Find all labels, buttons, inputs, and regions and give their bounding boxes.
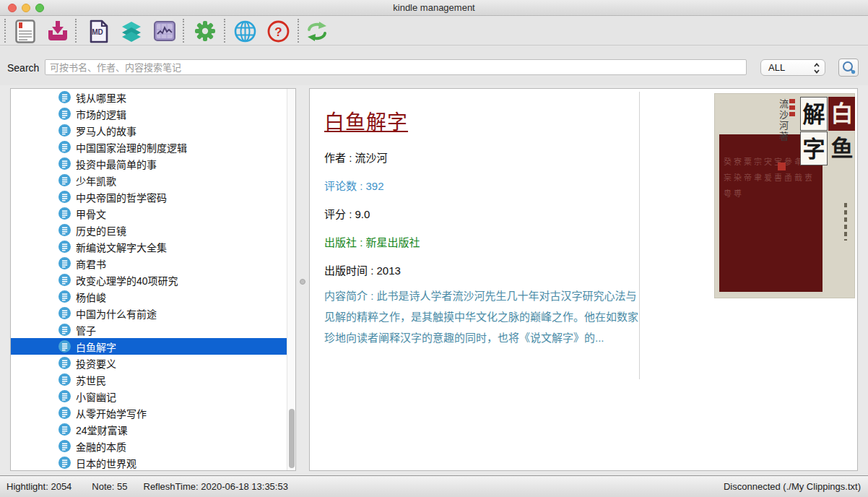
connection-status: Disconnected (./My Clippings.txt) <box>724 481 861 492</box>
gear-icon <box>194 20 216 42</box>
book-list-item-label: 从零开始学写作 <box>76 406 147 420</box>
toolbar-separator <box>224 19 225 43</box>
book-list-item[interactable]: 中央帝国的哲学密码 <box>11 189 287 205</box>
reader-button[interactable] <box>12 18 38 44</box>
book-list-item-label: 投资中最简单的事 <box>76 157 157 171</box>
book-list-item[interactable]: 改变心理学的40项研究 <box>11 272 287 288</box>
book-icon <box>58 340 71 353</box>
book-icon <box>58 423 71 436</box>
book-icon <box>58 141 71 153</box>
book-list-scrollbar[interactable] <box>287 89 295 470</box>
reader-icon <box>15 20 35 43</box>
import-button[interactable] <box>45 18 71 44</box>
markdown-export-button[interactable]: MD <box>86 18 112 44</box>
book-icon <box>58 157 71 170</box>
cover-red-label <box>789 99 795 118</box>
book-rating: 评分 : 9.0 <box>324 206 370 221</box>
book-list-item[interactable]: 从零开始学写作 <box>11 405 287 421</box>
cover-char: 白 <box>828 97 855 131</box>
detail-divider <box>639 92 640 379</box>
book-list-item[interactable]: 新编说文解字大全集 <box>11 238 287 255</box>
book-list-item[interactable]: 投资要义 <box>11 355 287 371</box>
toolbar-separator <box>75 19 77 43</box>
chevron-updown-icon <box>813 62 820 74</box>
search-button[interactable] <box>838 59 859 77</box>
monitor-chart-icon <box>154 21 175 41</box>
book-list-item[interactable]: 钱从哪里来 <box>11 89 287 105</box>
book-list-item-label: 中央帝国的哲学密码 <box>76 190 167 204</box>
svg-text:MD: MD <box>92 28 103 36</box>
book-list-item-label: 中国为什么有前途 <box>76 306 157 321</box>
book-list-item-label: 苏世民 <box>76 373 106 387</box>
refresh-button[interactable] <box>304 18 330 44</box>
book-list-item[interactable]: 杨伯峻 <box>11 288 287 305</box>
book-icon <box>58 191 71 203</box>
book-icon <box>58 457 71 469</box>
markdown-file-icon: MD <box>89 20 109 43</box>
book-list-item-label: 白鱼解字 <box>76 340 116 354</box>
book-icon <box>58 407 71 419</box>
toolbar-separator <box>298 19 299 43</box>
book-icon <box>58 108 71 120</box>
book-list-item[interactable]: 金融的本质 <box>11 438 287 454</box>
book-icon <box>58 207 71 220</box>
svg-text:?: ? <box>274 25 282 38</box>
book-list-item[interactable]: 24堂财富课 <box>11 421 287 438</box>
book-list-item[interactable]: 投资中最简单的事 <box>11 155 287 172</box>
filter-select-value: ALL <box>768 62 785 73</box>
book-list-item-label: 小窗幽记 <box>76 389 116 404</box>
book-title-link[interactable]: 白鱼解字 <box>324 106 408 135</box>
book-list-item-label: 管子 <box>76 323 96 337</box>
book-icon <box>58 373 71 386</box>
statistics-button[interactable] <box>152 18 178 44</box>
scrollbar-thumb[interactable] <box>289 409 295 468</box>
layers-icon <box>121 20 142 42</box>
book-list-item[interactable]: 少年凯歌 <box>11 172 287 189</box>
book-list-item-label: 新编说文解字大全集 <box>76 240 167 254</box>
import-icon <box>47 20 69 42</box>
book-icon <box>58 324 71 336</box>
book-list-item-label: 中国国家治理的制度逻辑 <box>76 140 187 155</box>
toolbar-separator <box>183 19 184 43</box>
book-list: 钱从哪里来 市场的逻辑 罗马人的故事 <box>11 89 287 471</box>
web-button[interactable] <box>232 18 258 44</box>
layers-button[interactable] <box>118 18 144 44</box>
book-list-item[interactable]: 中国为什么有前途 <box>11 305 287 321</box>
book-list-item[interactable]: 小窗幽记 <box>11 388 287 405</box>
book-list-item[interactable]: 管子 <box>11 321 287 338</box>
book-list-item[interactable]: 日本的世界观 <box>11 454 287 471</box>
settings-button[interactable] <box>192 18 218 44</box>
status-bar: Hightlight: 2054 Note: 55 RefleshTime: 2… <box>0 475 868 497</box>
book-list-item[interactable]: 甲骨文 <box>11 205 287 222</box>
book-list-item-label: 市场的逻辑 <box>76 107 126 121</box>
book-list-item-label: 改变心理学的40项研究 <box>76 273 178 288</box>
book-icon <box>58 257 71 269</box>
filter-select[interactable]: ALL <box>760 59 825 76</box>
book-list-item[interactable]: 市场的逻辑 <box>11 105 287 122</box>
book-icon <box>58 91 71 103</box>
book-list-item[interactable]: 中国国家治理的制度逻辑 <box>11 139 287 155</box>
book-list-item[interactable]: 罗马人的故事 <box>11 122 287 139</box>
book-icon <box>58 390 71 402</box>
book-icon <box>58 124 71 137</box>
book-icon <box>58 440 71 452</box>
book-list-item[interactable]: 商君书 <box>11 255 287 272</box>
book-list-item-label: 金融的本质 <box>76 439 126 454</box>
book-list-item-label: 商君书 <box>76 256 106 271</box>
book-list-item[interactable]: 苏世民 <box>11 371 287 388</box>
search-label: Search <box>7 62 39 74</box>
cover-seal <box>778 163 786 170</box>
book-list-item[interactable]: 历史的巨镜 <box>11 222 287 238</box>
book-publisher: 出版社 : 新星出版社 <box>324 234 420 249</box>
search-input[interactable] <box>45 59 747 75</box>
highlight-count: Hightlight: 2054 <box>6 481 71 492</box>
book-comments: 评论数 : 392 <box>324 178 384 193</box>
book-list-panel: 钱从哪里来 市场的逻辑 罗马人的故事 <box>10 88 296 471</box>
help-button[interactable]: ? <box>265 18 291 44</box>
help-icon: ? <box>267 20 290 43</box>
book-list-item-label: 钱从哪里来 <box>76 90 126 105</box>
panel-splitter-handle[interactable] <box>300 279 305 285</box>
cover-char: 解 <box>800 97 828 131</box>
book-list-item[interactable]: 白鱼解字 <box>11 338 287 355</box>
book-icon <box>58 174 71 186</box>
